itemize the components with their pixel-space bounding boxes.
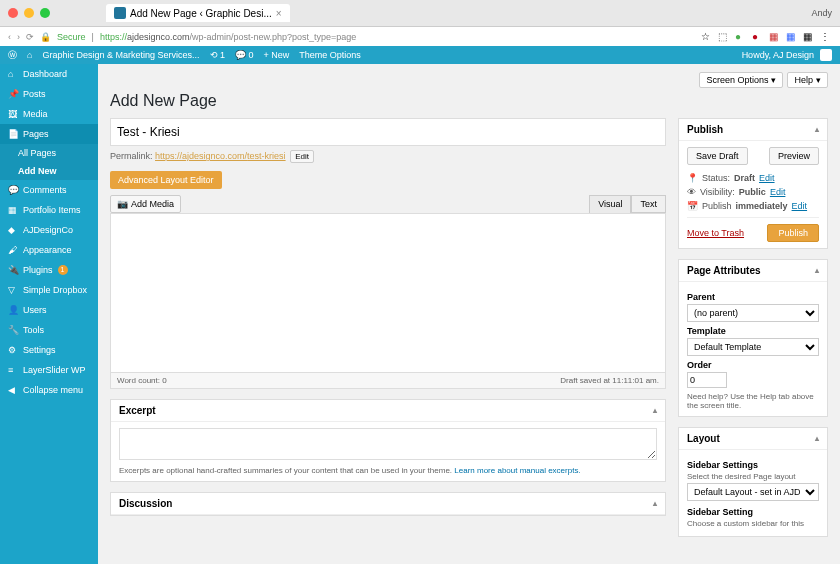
excerpt-learn-link[interactable]: Learn more about manual excerpts. — [454, 466, 580, 475]
site-home-icon[interactable]: ⌂ — [27, 50, 32, 60]
site-name[interactable]: Graphic Design & Marketing Services... — [42, 50, 199, 60]
tab-title: Add New Page ‹ Graphic Desi... — [130, 8, 272, 19]
address-bar: ‹ › ⟳ 🔒 Secure | https://ajdesignco.com/… — [0, 26, 840, 46]
calendar-icon: 📅 — [687, 201, 698, 211]
settings-icon: ⚙ — [8, 345, 18, 355]
discussion-metabox: Discussion▴ — [110, 492, 666, 516]
permalink-link[interactable]: https://ajdesignco.com/test-kriesi — [155, 151, 286, 161]
sidebar-item-dashboard[interactable]: ⌂Dashboard — [0, 64, 98, 84]
save-draft-button[interactable]: Save Draft — [687, 147, 748, 165]
parent-select[interactable]: (no parent) — [687, 304, 819, 322]
template-select[interactable]: Default Template — [687, 338, 819, 356]
content-editor[interactable] — [110, 213, 666, 373]
sidebar-item-tools[interactable]: 🔧Tools — [0, 320, 98, 340]
close-tab-icon[interactable]: × — [276, 8, 282, 19]
ext-icon[interactable]: ▦ — [786, 31, 798, 43]
sidebar-item-media[interactable]: 🖼Media — [0, 104, 98, 124]
close-window[interactable] — [8, 8, 18, 18]
maximize-window[interactable] — [40, 8, 50, 18]
sidebar-item-layerslider[interactable]: ≡LayerSlider WP — [0, 360, 98, 380]
sidebar-collapse[interactable]: ◀Collapse menu — [0, 380, 98, 400]
browser-tab[interactable]: Add New Page ‹ Graphic Desi... × — [106, 4, 290, 22]
sidebar-sub-add-new[interactable]: Add New — [0, 162, 98, 180]
extension-icons: ☆ ⬚ ● ● ▦ ▦ ▦ ⋮ — [701, 31, 832, 43]
layers-icon: ≡ — [8, 365, 18, 375]
excerpt-textarea[interactable] — [119, 428, 657, 460]
permalink-edit-button[interactable]: Edit — [290, 150, 314, 163]
screen-options-button[interactable]: Screen Options▾ — [699, 72, 783, 88]
edit-schedule-link[interactable]: Edit — [792, 201, 808, 211]
pin-icon: 📌 — [8, 89, 18, 99]
star-icon[interactable]: ☆ — [701, 31, 713, 43]
toggle-icon[interactable]: ▴ — [815, 125, 819, 134]
browser-user[interactable]: Andy — [811, 8, 832, 18]
comments-icon[interactable]: 💬 0 — [235, 50, 254, 60]
ext-icon[interactable]: ▦ — [803, 31, 815, 43]
editor-tab-visual[interactable]: Visual — [589, 195, 631, 213]
advanced-layout-button[interactable]: Advanced Layout Editor — [110, 171, 222, 189]
minimize-window[interactable] — [24, 8, 34, 18]
toggle-icon[interactable]: ▴ — [815, 266, 819, 275]
editor-tab-text[interactable]: Text — [631, 195, 666, 213]
sidebar-item-plugins[interactable]: 🔌Plugins1 — [0, 260, 98, 280]
sidebar-item-ajdesignco[interactable]: ◆AJDesignCo — [0, 220, 98, 240]
reload-icon[interactable]: ⟳ — [26, 32, 34, 42]
order-input[interactable] — [687, 372, 727, 388]
sidebar-item-appearance[interactable]: 🖌Appearance — [0, 240, 98, 260]
traffic-lights — [8, 8, 50, 18]
main-content: Screen Options▾ Help▾ Add New Page Perma… — [98, 64, 840, 564]
brand-icon: ◆ — [8, 225, 18, 235]
move-to-trash-link[interactable]: Move to Trash — [687, 228, 744, 238]
draft-saved-time: Draft saved at 11:11:01 am. — [560, 376, 659, 385]
back-icon[interactable]: ‹ — [8, 32, 11, 42]
publish-button[interactable]: Publish — [767, 224, 819, 242]
sidebar-item-dropbox[interactable]: ▽Simple Dropbox — [0, 280, 98, 300]
ext-icon[interactable]: ⬚ — [718, 31, 730, 43]
preview-button[interactable]: Preview — [769, 147, 819, 165]
sidebar-item-users[interactable]: 👤Users — [0, 300, 98, 320]
tools-icon: 🔧 — [8, 325, 18, 335]
ext-icon[interactable]: ▦ — [769, 31, 781, 43]
menu-icon[interactable]: ⋮ — [820, 31, 832, 43]
howdy-user[interactable]: Howdy, AJ Design — [742, 50, 814, 60]
add-media-button[interactable]: 📷Add Media — [110, 195, 181, 213]
theme-options[interactable]: Theme Options — [299, 50, 361, 60]
media-icon: 🖼 — [8, 109, 18, 119]
post-title-input[interactable] — [110, 118, 666, 146]
ext-icon[interactable]: ● — [735, 31, 747, 43]
secure-label: Secure — [57, 32, 86, 42]
toggle-icon[interactable]: ▴ — [653, 406, 657, 415]
url-field[interactable]: https://ajdesignco.com/wp-admin/post-new… — [100, 32, 695, 42]
sidebar-item-pages[interactable]: 📄Pages — [0, 124, 98, 144]
admin-sidebar: ⌂Dashboard 📌Posts 🖼Media 📄Pages All Page… — [0, 64, 98, 564]
edit-status-link[interactable]: Edit — [759, 173, 775, 183]
edit-visibility-link[interactable]: Edit — [770, 187, 786, 197]
plugin-icon: 🔌 — [8, 265, 18, 275]
sidebar-item-comments[interactable]: 💬Comments — [0, 180, 98, 200]
page-heading: Add New Page — [110, 92, 828, 110]
avatar-icon[interactable] — [820, 49, 832, 61]
dashboard-icon: ⌂ — [8, 69, 18, 79]
sidebar-item-portfolio[interactable]: ▦Portfolio Items — [0, 200, 98, 220]
layout-select[interactable]: Default Layout - set in AJDesign... — [687, 483, 819, 501]
new-content[interactable]: + New — [264, 50, 290, 60]
camera-icon: 📷 — [117, 199, 128, 209]
excerpt-title: Excerpt — [119, 405, 156, 416]
permalink-row: Permalink: https://ajdesignco.com/test-k… — [110, 150, 666, 163]
sidebar-sub-all-pages[interactable]: All Pages — [0, 144, 98, 162]
help-button[interactable]: Help▾ — [787, 72, 828, 88]
forward-icon[interactable]: › — [17, 32, 20, 42]
updates-icon[interactable]: ⟲ 1 — [210, 50, 226, 60]
dropbox-icon: ▽ — [8, 285, 18, 295]
toggle-icon[interactable]: ▴ — [815, 434, 819, 443]
sidebar-item-posts[interactable]: 📌Posts — [0, 84, 98, 104]
portfolio-icon: ▦ — [8, 205, 18, 215]
sidebar-item-settings[interactable]: ⚙Settings — [0, 340, 98, 360]
pinterest-icon[interactable]: ● — [752, 31, 764, 43]
chevron-down-icon: ▾ — [771, 75, 776, 85]
page-icon: 📄 — [8, 129, 18, 139]
lock-icon: 🔒 — [40, 32, 51, 42]
toggle-icon[interactable]: ▴ — [653, 499, 657, 508]
wp-logo-icon[interactable]: ⓦ — [8, 49, 17, 62]
favicon-icon — [114, 7, 126, 19]
